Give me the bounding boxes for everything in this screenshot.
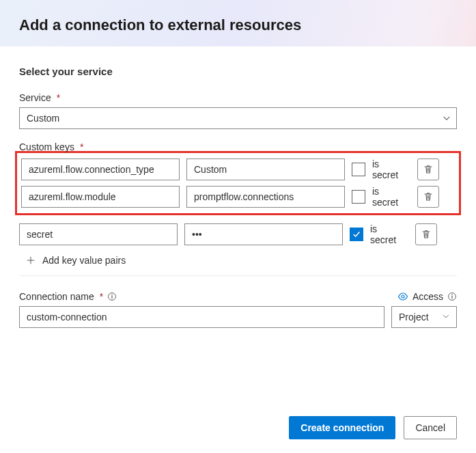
svg-point-2 bbox=[402, 295, 404, 298]
add-kv-button[interactable]: Add key value pairs bbox=[19, 248, 130, 275]
info-icon[interactable] bbox=[447, 292, 457, 301]
svg-point-4 bbox=[451, 294, 453, 296]
connection-name-input[interactable]: custom-connection bbox=[19, 306, 384, 328]
kv-row: secret ••• is secret bbox=[19, 221, 457, 248]
custom-keys-label: Custom keys bbox=[19, 141, 74, 152]
dialog-header: Add a connection to external resources bbox=[0, 0, 476, 46]
access-select[interactable]: Project bbox=[391, 306, 457, 328]
divider bbox=[19, 275, 457, 276]
cancel-button[interactable]: Cancel bbox=[404, 416, 457, 439]
is-secret-label: is secret bbox=[372, 159, 408, 180]
dialog-title: Add a connection to external resources bbox=[19, 16, 457, 34]
is-secret-checkbox[interactable] bbox=[350, 228, 363, 241]
is-secret-label: is secret bbox=[372, 186, 408, 208]
kv-value-input[interactable]: ••• bbox=[184, 223, 343, 245]
trash-icon bbox=[423, 191, 434, 202]
required-marker: * bbox=[100, 291, 103, 302]
kv-value-input[interactable]: promptflow.connections bbox=[186, 186, 345, 208]
delete-row-button[interactable] bbox=[417, 159, 439, 180]
connection-name-value: custom-connection bbox=[27, 312, 107, 322]
is-secret-checkbox[interactable] bbox=[352, 163, 365, 176]
service-label: Service bbox=[19, 92, 51, 103]
svg-point-1 bbox=[111, 294, 113, 296]
kv-key-input[interactable]: secret bbox=[19, 223, 178, 245]
trash-icon bbox=[423, 164, 434, 175]
trash-icon bbox=[421, 229, 432, 240]
kv-key-input[interactable]: azureml.flow.connection_type bbox=[21, 159, 180, 180]
service-select[interactable]: Custom bbox=[19, 107, 457, 129]
required-marker: * bbox=[57, 92, 60, 103]
service-selected-value: Custom bbox=[27, 113, 59, 124]
plus-icon bbox=[26, 256, 36, 265]
delete-row-button[interactable] bbox=[415, 223, 437, 245]
is-secret-label: is secret bbox=[370, 223, 406, 245]
delete-row-button[interactable] bbox=[417, 186, 439, 208]
required-marker: * bbox=[80, 141, 83, 152]
section-heading: Select your service bbox=[19, 66, 457, 77]
service-label-row: Service * bbox=[19, 92, 457, 103]
create-connection-button[interactable]: Create connection bbox=[289, 416, 395, 439]
access-label: Access bbox=[412, 291, 443, 302]
is-secret-checkbox[interactable] bbox=[352, 190, 365, 204]
connection-name-label-row: Connection name * bbox=[19, 291, 117, 302]
check-icon bbox=[352, 230, 361, 239]
connection-name-label: Connection name bbox=[19, 291, 94, 302]
highlight-box: azureml.flow.connection_type Custom is s… bbox=[15, 151, 461, 215]
kv-row: azureml.flow.connection_type Custom is s… bbox=[21, 156, 455, 183]
kv-row: azureml.flow.module promptflow.connectio… bbox=[21, 183, 455, 210]
dialog-footer: Create connection Cancel bbox=[0, 404, 476, 453]
access-selected-value: Project bbox=[399, 312, 429, 322]
kv-value-input[interactable]: Custom bbox=[186, 159, 345, 180]
add-kv-label: Add key value pairs bbox=[42, 255, 126, 266]
eye-icon bbox=[397, 291, 408, 302]
access-label-row: Access bbox=[397, 291, 457, 302]
info-icon[interactable] bbox=[107, 292, 117, 301]
kv-key-input[interactable]: azureml.flow.module bbox=[21, 186, 180, 208]
